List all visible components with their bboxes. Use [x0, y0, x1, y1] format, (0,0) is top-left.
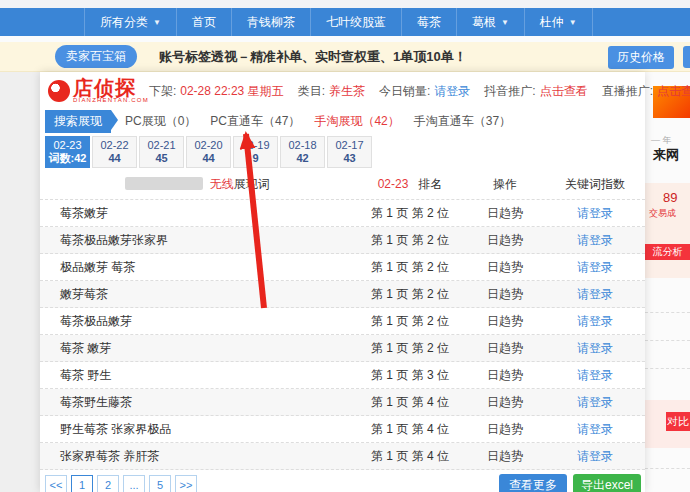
date-tab-date: 02-19 — [241, 139, 269, 152]
rank-cell: 第 1 页 第 3 位 — [355, 367, 465, 384]
tab-mobile-zhitongche[interactable]: 手淘直通车（37） — [414, 113, 511, 130]
nav-item-label: 青钱柳茶 — [247, 14, 295, 31]
nav-item-gegen[interactable]: 葛根 ▼ — [456, 8, 524, 36]
login-link[interactable]: 请登录 — [434, 83, 470, 100]
listing-info: 下架: 02-28 22:23 星期五 类目: 养生茶 今日销量: 请登录 抖音… — [149, 83, 690, 100]
nav-item-all-categories[interactable]: 所有分类 ▼ — [84, 8, 176, 36]
table-row: 极品嫩芽 莓茶 第 1 页 第 2 位 日趋势 请登录 — [40, 254, 645, 281]
chevron-down-icon: ▼ — [501, 18, 509, 27]
nav-item-qiyejiaogulan[interactable]: 七叶绞股蓝 — [310, 8, 401, 36]
login-required-link[interactable]: 请登录 — [577, 260, 613, 274]
daily-trend-link[interactable]: 日趋势 — [487, 449, 523, 463]
date-tab-date: 02-17 — [335, 139, 363, 152]
channel-tabs: 搜索展现 PC展现（0） PC直通车（47） 手淘展现（42） 手淘直通车（37… — [40, 110, 645, 132]
daily-trend-link[interactable]: 日趋势 — [487, 422, 523, 436]
background-page-column: — 年 来网 89 交易成 流分析 对比 — [645, 72, 690, 492]
date-tab-count: 45 — [155, 152, 167, 165]
table-row: 莓茶 嫩芽 第 1 页 第 2 位 日趋势 请登录 — [40, 335, 645, 362]
logo-domain: DIANZHENTAN.COM — [73, 97, 149, 103]
login-required-link[interactable]: 请登录 — [577, 233, 613, 247]
export-excel-button[interactable]: 导出excel — [573, 474, 641, 492]
compare-badge[interactable]: 对比 — [666, 412, 690, 431]
table-row: 野生莓茶 张家界极品 第 1 页 第 4 位 日趋势 请登录 — [40, 416, 645, 443]
tab-pc-display[interactable]: PC展现（0） — [125, 113, 196, 130]
daily-trend-link[interactable]: 日趋势 — [487, 341, 523, 355]
flow-analysis-badge[interactable]: 流分析 — [645, 244, 690, 260]
keyword-cell: 莓茶极品嫩芽张家界 — [40, 232, 355, 249]
daily-trend-link[interactable]: 日趋势 — [487, 395, 523, 409]
nav-item-label: 莓茶 — [417, 14, 441, 31]
chevron-down-icon: ▼ — [153, 18, 161, 27]
login-required-link[interactable]: 请登录 — [577, 368, 613, 382]
pagination-page-1[interactable]: 1 — [71, 475, 93, 492]
background-deal-fragment: 交易成 — [649, 207, 676, 220]
date-tabs: 02-23 词数:42 02-22 44 02-21 45 02-20 44 0… — [40, 132, 645, 170]
date-tab-count: 9 — [252, 152, 258, 165]
table-row: 莓茶 野生 第 1 页 第 3 位 日趋势 请登录 — [40, 362, 645, 389]
tab-search-display[interactable]: 搜索展现 — [45, 110, 111, 133]
view-more-button[interactable]: 查看更多 — [499, 474, 567, 492]
logo: 店侦探 DIANZHENTAN.COM — [48, 79, 149, 103]
seller-toolbox-button[interactable]: 卖家百宝箱 — [55, 45, 137, 68]
nav-item-home[interactable]: 首页 — [176, 8, 231, 36]
table-row: 莓茶极品嫩芽 第 1 页 第 2 位 日趋势 请登录 — [40, 308, 645, 335]
date-tab-02-17[interactable]: 02-17 43 — [327, 136, 372, 168]
date-tab-02-18[interactable]: 02-18 42 — [280, 136, 325, 168]
top-strip — [0, 0, 690, 8]
pagination-next-button[interactable]: >> — [175, 475, 197, 492]
douyin-promo-link[interactable]: 点击查看 — [540, 83, 588, 100]
douyin-promo-label: 抖音推广: — [484, 83, 535, 100]
date-tab-02-21[interactable]: 02-21 45 — [139, 136, 184, 168]
login-required-link[interactable]: 请登录 — [577, 314, 613, 328]
partial-button[interactable] — [683, 46, 690, 68]
date-tab-date: 02-20 — [194, 139, 222, 152]
login-required-link[interactable]: 请登录 — [577, 287, 613, 301]
nav-item-label: 所有分类 — [100, 14, 148, 31]
login-required-link[interactable]: 请登录 — [577, 341, 613, 355]
date-tab-02-22[interactable]: 02-22 44 — [92, 136, 137, 168]
table-row: 莓茶嫩芽 第 1 页 第 2 位 日趋势 请登录 — [40, 200, 645, 227]
daily-trend-link[interactable]: 日趋势 — [487, 287, 523, 301]
daily-trend-link[interactable]: 日趋势 — [487, 206, 523, 220]
pagination-page-2[interactable]: 2 — [97, 475, 119, 492]
pagination-page-5[interactable]: 5 — [149, 475, 171, 492]
column-rank-label: 排名 — [418, 177, 442, 191]
tab-pc-zhitongche[interactable]: PC直通车（47） — [210, 113, 300, 130]
nav-item-duzhong[interactable]: 杜仲 ▼ — [524, 8, 593, 36]
keyword-cell: 嫩芽莓茶 — [40, 286, 355, 303]
date-tab-02-23[interactable]: 02-23 词数:42 — [45, 136, 90, 168]
pagination: << 1 2 ... 5 >> 查看更多 导出excel — [40, 470, 645, 492]
keyword-cell: 莓茶野生藤茶 — [40, 394, 355, 411]
rank-cell: 第 1 页 第 2 位 — [355, 313, 465, 330]
nav-spacer — [0, 8, 84, 36]
column-keyword-label-red: 无线 — [210, 177, 234, 191]
tab-mobile-display[interactable]: 手淘展现（42） — [314, 113, 399, 130]
live-promo-link[interactable]: 点击查看 — [657, 83, 690, 100]
login-required-link[interactable]: 请登录 — [577, 206, 613, 220]
pagination-ellipsis[interactable]: ... — [123, 475, 145, 492]
background-divider — [645, 368, 690, 369]
pagination-prev-button[interactable]: << — [45, 475, 67, 492]
background-divider — [645, 312, 690, 313]
date-tab-count: 42 — [296, 152, 308, 165]
rank-cell: 第 1 页 第 4 位 — [355, 448, 465, 465]
login-required-link[interactable]: 请登录 — [577, 449, 613, 463]
nav-item-qingqianliu-tea[interactable]: 青钱柳茶 — [231, 8, 310, 36]
daily-trend-link[interactable]: 日趋势 — [487, 368, 523, 382]
login-required-link[interactable]: 请登录 — [577, 422, 613, 436]
keyword-cell: 莓茶 嫩芽 — [40, 340, 355, 357]
daily-trend-link[interactable]: 日趋势 — [487, 260, 523, 274]
date-tab-02-20[interactable]: 02-20 44 — [186, 136, 231, 168]
daily-trend-link[interactable]: 日趋势 — [487, 233, 523, 247]
login-required-link[interactable]: 请登录 — [577, 395, 613, 409]
rank-cell: 第 1 页 第 4 位 — [355, 421, 465, 438]
daily-trend-link[interactable]: 日趋势 — [487, 314, 523, 328]
history-price-button[interactable]: 历史价格 — [608, 46, 674, 69]
column-date-label: 02-23 — [378, 177, 409, 191]
chevron-down-icon: ▼ — [569, 18, 577, 27]
date-tab-count: 词数:42 — [49, 152, 87, 165]
nav-item-meicha[interactable]: 莓茶 — [401, 8, 456, 36]
background-divider — [645, 340, 690, 341]
date-tab-02-19[interactable]: 02-19 9 — [233, 136, 278, 168]
rank-cell: 第 1 页 第 2 位 — [355, 340, 465, 357]
